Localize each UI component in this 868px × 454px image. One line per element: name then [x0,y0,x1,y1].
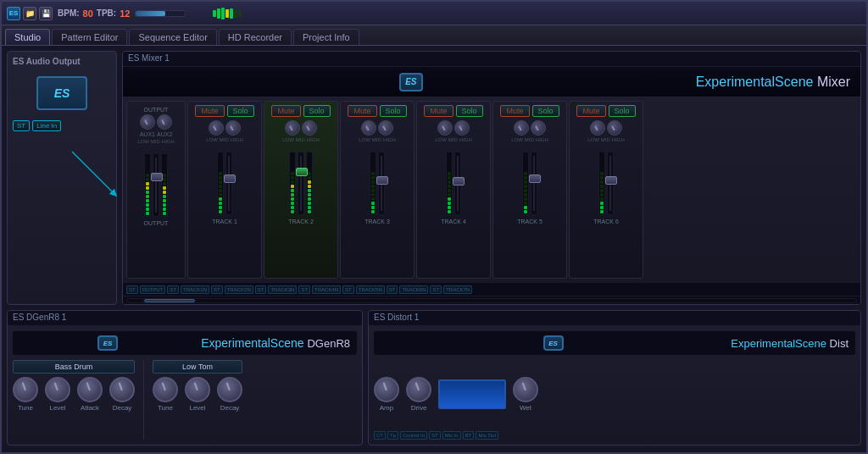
output-knob-2[interactable] [157,114,172,130]
distort-ct-btn[interactable]: CT [374,431,386,440]
knob-ch1-1[interactable] [209,120,224,136]
solo-btn-6[interactable]: Solo [609,105,636,117]
output-knob-1[interactable] [140,114,155,130]
fader-ch4[interactable] [454,152,461,215]
connection-arrow [21,143,123,211]
output-fader[interactable] [153,153,159,217]
routing-btn-t6b[interactable]: ST [387,285,398,294]
amp-knob[interactable] [374,377,399,402]
knob-ch2-1[interactable] [285,120,300,136]
scroll-track[interactable] [126,298,857,303]
fader-ch6[interactable] [607,152,614,215]
solo-btn-4[interactable]: Solo [456,105,483,117]
distort-name: Dist [830,337,849,350]
routing-btn-t2b[interactable]: ST [211,285,223,294]
knob-ch6-1[interactable] [590,120,605,136]
distort-mix-in-btn[interactable]: Mix In [442,431,461,440]
fader-ch3[interactable] [378,152,385,215]
mute-btn-4[interactable]: Mute [424,105,453,117]
amp-label: Amp [380,404,393,412]
knob-ch3-1[interactable] [361,120,376,136]
routing-btn-t1b[interactable]: ST [167,285,179,294]
wet-knob[interactable] [513,377,538,402]
tab-project-info[interactable]: Project Info [293,29,359,45]
distort-tp-btn[interactable]: Tp [387,431,398,440]
output-fader-area [144,149,168,217]
bass-attack-knob[interactable] [77,377,103,402]
track-label: OUTPUT [144,220,169,226]
tab-studio[interactable]: Studio [5,29,50,45]
mixer-scrollbar[interactable] [123,296,860,304]
dgenr8-title-bar: ES DGenR8 1 [8,311,362,326]
attack-knob-group: Attack [77,377,103,412]
tpb-label: TPB: [97,8,116,18]
knob-ch6-2[interactable] [607,120,622,136]
st-button[interactable]: ST [13,120,30,131]
routing-btn-t6[interactable]: TRACK5N [356,285,385,294]
routing-btn-t7b[interactable]: ST [430,285,442,294]
distort-st-btn[interactable]: ST [429,431,441,440]
tab-hd-recorder[interactable]: HD Recorder [219,29,292,45]
drive-group: Drive [406,377,431,412]
decay-knob-group2: Decay [217,377,242,412]
solo-btn-3[interactable]: Solo [380,105,407,117]
routing-btn-t4b[interactable]: ST [298,285,310,294]
fader-ch2[interactable] [298,152,304,215]
bpm-value[interactable]: 80 [83,8,93,19]
solo-btn-5[interactable]: Solo [532,105,559,117]
mute-btn-1[interactable]: Mute [195,105,224,117]
distort-control-in-btn[interactable]: Control In [400,431,427,440]
line-in-button[interactable]: Line In [32,120,61,131]
tpb-value[interactable]: 12 [120,8,130,19]
bass-decay-knob[interactable] [109,377,135,402]
routing-btn-t4[interactable]: TRACK3N [268,285,297,294]
solo-btn-1[interactable]: Solo [227,105,254,117]
routing-btn-t8[interactable]: TRACK7N [443,285,472,294]
knob-ch2-2[interactable] [302,120,317,136]
tempo-slider[interactable] [135,10,186,17]
fader-ch1[interactable] [225,152,232,215]
routing-btn-t5[interactable]: TRACK4N [312,285,341,294]
routing-btn-t7[interactable]: TRACK6N [399,285,428,294]
routing-btn-t5b[interactable]: ST [342,285,354,294]
vu2-l [289,152,296,215]
vu-meter-l [144,153,151,217]
routing-btn-t2[interactable]: TRACK1N [181,285,209,294]
app-window: ES 📁 💾 BPM: 80 TPB: 12 St [0,0,868,454]
tom-tune-knob[interactable] [153,377,178,402]
bass-level-knob[interactable] [45,377,70,402]
fader-ch5[interactable] [531,152,537,215]
mute-btn-5[interactable]: Mute [500,105,529,117]
solo-btn-2[interactable]: Solo [303,105,331,117]
routing-btn-t3b[interactable]: ST [255,285,267,294]
knob-ch3-2[interactable] [378,120,393,136]
tab-pattern-editor[interactable]: Pattern Editor [52,29,127,45]
distort-mix-out-btn[interactable]: Mix Out [476,431,498,440]
tab-sequence-editor[interactable]: Sequence Editor [129,29,216,45]
logo-icon[interactable]: ES [7,7,20,20]
knob-ch4-2[interactable] [454,120,470,136]
track6-label: TRACK 6 [593,219,619,224]
mute-btn-6[interactable]: Mute [576,105,605,117]
low-tom-knobs: Tune Level Decay [153,377,242,412]
drive-knob[interactable] [406,377,431,402]
knob-ch5-1[interactable] [514,120,529,136]
tom-level-knob[interactable] [185,377,210,402]
routing-btn-out[interactable]: ST [126,285,138,294]
routing-btn-t3[interactable]: TRACK2N [225,285,253,294]
mute-btn-2[interactable]: Mute [271,105,300,117]
folder-icon[interactable]: 📁 [23,7,36,20]
mixer-title: ExperimentalScene Mixer [696,75,850,90]
knob-ch4-1[interactable] [437,120,453,136]
knob-ch1-2[interactable] [225,120,241,136]
scroll-thumb[interactable] [144,299,195,302]
knob-ch5-2[interactable] [531,120,546,136]
save-icon[interactable]: 💾 [39,7,53,20]
distort-title-text: ExperimentalScene Dist [731,337,849,350]
tom-decay-knob[interactable] [217,377,242,402]
mute-btn-3[interactable]: Mute [348,105,376,117]
distort-logo: ES [543,335,564,351]
distort-bt-btn[interactable]: BT [463,431,475,440]
routing-btn-t1[interactable]: OUTPUT [140,285,166,294]
bass-tune-knob[interactable] [13,377,38,402]
